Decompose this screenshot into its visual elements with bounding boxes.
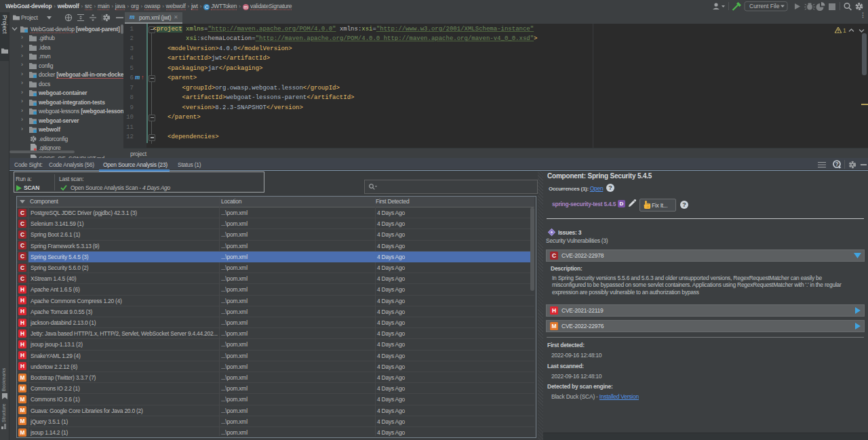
svg-text:Current File: Current File [749,3,780,9]
svg-text:?: ? [835,161,838,167]
